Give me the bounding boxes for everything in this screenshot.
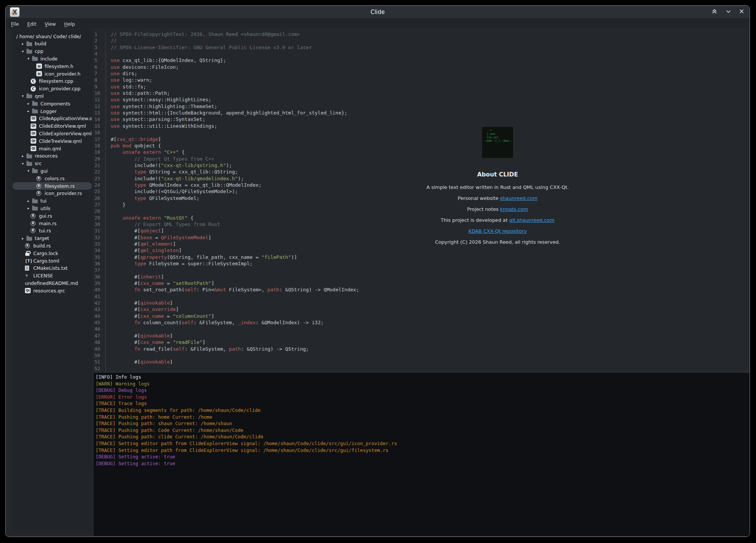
shade-button[interactable] [709,7,720,17]
line-number: 38 [93,274,105,280]
folder-icon [32,102,38,106]
link-shaunreed.com[interactable]: shaunreed.com [500,195,538,201]
log-console[interactable]: [INFO] Info logs[WARN] Warning logs[DEBU… [93,372,750,537]
tree-item-build.rs[interactable]: Rbuild.rs [12,242,92,249]
about-body: A simple text editor written in Rust and… [365,184,630,244]
desktop: { "window": { "title": "Clide" }, "title… [0,0,756,543]
tree-item-icon_provider.rs[interactable]: Ricon_provider.rs [12,190,92,197]
about-text-line: Personal website shaunreed.com [365,195,630,200]
tree-item-ClideTreeView.qml[interactable]: QtClideTreeView.qml [12,137,92,145]
line-number: 22 [93,169,105,175]
link-git.shaunreed.com[interactable]: git.shaunreed.com [509,217,555,223]
tree-item-main.qml[interactable]: Qtmain.qml [12,145,92,152]
tree-item-cpp[interactable]: ▾cpp [12,48,92,55]
menu-help[interactable]: Help [64,21,75,27]
close-button[interactable] [736,7,747,17]
code-line: 14use syntect::parsing::SyntaxSet; [93,116,750,122]
minimize-button[interactable] [723,7,734,17]
tree-item-build[interactable]: ▸build [12,40,92,48]
tree-item-main.rs[interactable]: Rmain.rs [12,220,92,227]
link-knoats.com[interactable]: knoats.com [500,206,528,212]
tree-item-include[interactable]: ▾include [12,55,92,62]
chevron-expanded-icon[interactable]: ▾ [28,57,32,60]
tree-item-gui[interactable]: ▾gui [12,167,92,175]
tree-item-label: icon_provider.cpp [39,86,80,91]
tree-item-colors.rs[interactable]: Rcolors.rs [12,175,92,182]
cpp-file-icon: C [31,86,36,91]
chevron-collapsed-icon[interactable]: ▸ [28,199,32,203]
tree-item-Components[interactable]: ▸Components [12,100,92,107]
line-number: 14 [93,116,105,122]
code-line: 47 #[qinvokable] [93,333,750,339]
line-number: 13 [93,110,105,116]
log-line-debug: [DEBUG] Setting active: true [96,453,750,460]
tree-item-ClideExplorerView.qml[interactable]: QtClideExplorerView.qml [12,130,92,137]
tree-item-icon_provider.h[interactable]: Hicon_provider.h [12,70,92,77]
file-explorer[interactable]: / home/ shaun/ Code/ clide/▸build▾cpp▾in… [12,30,93,533]
chevron-collapsed-icon[interactable]: ▸ [28,102,32,105]
tree-item-qml[interactable]: ▾qml [12,92,92,100]
tree-item-target[interactable]: ▸target [12,235,92,242]
tree-item-Logger[interactable]: ▸Logger [12,107,92,115]
code-line: 44 #[cxx_name = "columnCount"] [93,313,750,319]
tree-item-label: LICENSE [33,273,53,278]
tree-item-icon_provider.cpp[interactable]: Cicon_provider.cpp [12,85,92,93]
header-file-icon: H [36,71,42,76]
tree-item-ClideEditorView.qml[interactable]: QtClideEditorView.qml [12,122,92,130]
chevron-collapsed-icon[interactable]: ▸ [28,109,32,113]
line-number: 36 [93,260,105,267]
line-number: 28 [93,208,105,214]
tree-item-filesystem.h[interactable]: Hfilesystem.h [12,62,92,70]
tree-item-utils[interactable]: ▸utils [12,204,92,212]
lock-icon [25,253,29,256]
tree-item-LICENSE[interactable]: ✶LICENSE [12,272,92,280]
code-line: 35 #[qproperty(QString, file_path, cxx_n… [93,254,750,260]
tree-item-resources[interactable]: ▸resources [12,152,92,160]
log-line-trace: [TRACE] Setting editor path from ClideEx… [96,440,750,447]
link-kdab-cxx-qt-repository[interactable]: KDAB CXX-Qt repository [468,228,527,234]
code-line: 11use syntect::easy::HighlightLines; [93,96,750,103]
log-line-trace: [TRACE] Building segments for path: /hom… [96,407,750,414]
tree-item-label: gui.rs [39,213,52,219]
line-number: 11 [93,96,105,103]
chevron-collapsed-icon[interactable]: ▸ [22,42,26,46]
chevron-expanded-icon[interactable]: ▾ [22,50,26,53]
tree-item-src[interactable]: ▾src [12,160,92,167]
chevron-collapsed-icon[interactable]: ▸ [22,154,26,158]
line-number: 49 [93,346,105,352]
tree-item-Cargo.lock[interactable]: Cargo.lock [12,249,92,257]
line-number: 45 [93,319,105,326]
menu-file[interactable]: File [11,21,19,27]
code-line: 42 #[qinvokable] [93,300,750,306]
tree-item-Cargo.toml[interactable]: [T]Cargo.toml [12,257,92,265]
tree-item-ClideApplicationView.qml[interactable]: QtClideApplicationView.qml [12,115,92,122]
folder-icon [26,94,32,98]
titlebar[interactable]: X Clide [6,6,750,19]
tree-item-resources.qrc[interactable]: Qtresources.qrc [12,287,92,294]
tree-item-label: ClideExplorerView.qml [39,131,91,136]
menu-view[interactable]: View [45,21,56,27]
menu-edit[interactable]: Edit [27,21,36,27]
tree-item-filesystem.cpp[interactable]: Cfilesystem.cpp [12,77,92,85]
line-number: 16 [93,129,105,136]
chevron-expanded-icon[interactable]: ▾ [22,162,26,166]
qt-file-icon: Qt [25,288,31,293]
chevron-collapsed-icon[interactable]: ▸ [22,237,26,240]
tree-item-gui.rs[interactable]: Rgui.rs [12,212,92,220]
folder-icon [26,155,32,158]
chevron-expanded-icon[interactable]: ▾ [28,169,32,173]
line-number: 47 [93,333,105,339]
tree-item-README.md[interactable]: undefinedREADME.md [12,279,92,287]
tree-item-tui.rs[interactable]: Rtui.rs [12,227,92,235]
tree-root-path[interactable]: / home/ shaun/ Code/ clide/ [12,32,92,40]
line-number: 50 [93,352,105,359]
chevron-collapsed-icon[interactable]: ▸ [28,206,32,210]
chevron-expanded-icon[interactable]: ▾ [22,94,26,98]
tree-item-CMakeLists.txt[interactable]: CMakeLists.txt [12,265,92,272]
tree-item-filesystem.rs[interactable]: Rfilesystem.rs [12,182,92,190]
code-line: 7use dirs; [93,70,750,77]
tree-item-tui[interactable]: ▸tui [12,197,92,205]
about-text-line: Project notes knoats.com [365,206,630,211]
line-number: 21 [93,162,105,169]
line-number: 15 [93,123,105,129]
